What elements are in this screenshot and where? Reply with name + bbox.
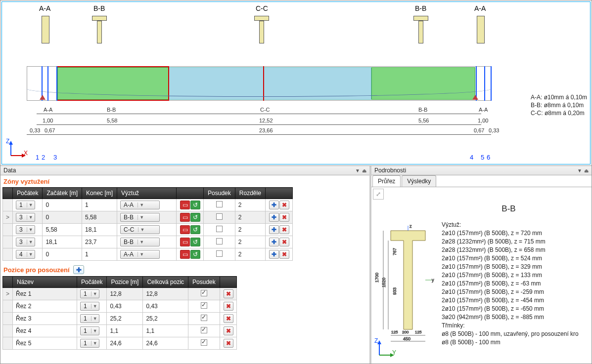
remove-button[interactable]: ✖ bbox=[279, 213, 289, 222]
col-header[interactable]: Počátek bbox=[77, 277, 107, 288]
check-checkbox[interactable] bbox=[201, 290, 207, 296]
origin-combo[interactable]: 1▼ bbox=[80, 326, 99, 335]
remove-button[interactable]: ✖ bbox=[224, 314, 233, 323]
remove-button[interactable]: ✖ bbox=[224, 289, 233, 298]
origin-combo[interactable]: 3▼ bbox=[16, 225, 35, 234]
dim-value: 12,52 bbox=[258, 118, 274, 123]
refresh-button[interactable]: ↺ bbox=[190, 225, 200, 234]
origin-combo[interactable]: 1▼ bbox=[80, 339, 99, 348]
table-row[interactable]: Řez 31▼25,225,2✖ bbox=[3, 313, 237, 325]
col-header[interactable] bbox=[220, 277, 236, 288]
tab-results[interactable]: Výsledky bbox=[402, 175, 436, 187]
table-row[interactable]: Řez 51▼24,624,6✖ bbox=[3, 337, 237, 350]
pane-header-details[interactable]: Podrobnosti ▼ ⏏ bbox=[371, 166, 592, 175]
dim-label: A-A bbox=[43, 107, 53, 113]
axes-indicator: Z X bbox=[7, 140, 27, 161]
pane-header-data[interactable]: Data ▼ ⏏ bbox=[0, 166, 369, 175]
col-header[interactable]: Výztuž bbox=[117, 188, 177, 199]
table-row[interactable]: 4▼01A-A▼▭↺2✚✖ bbox=[3, 248, 293, 261]
col-header[interactable]: Posudek bbox=[188, 277, 220, 288]
col-header[interactable]: Konec [m] bbox=[82, 188, 117, 199]
check-checkbox[interactable] bbox=[201, 315, 207, 321]
positions-table[interactable]: Název Počátek Pozice [m] Celková pozic P… bbox=[2, 276, 237, 350]
table-row[interactable]: 3▼5,5818,1C-C▼▭↺2✚✖ bbox=[3, 224, 293, 236]
origin-combo[interactable]: 3▼ bbox=[16, 213, 35, 222]
col-header[interactable]: Rozděle bbox=[235, 188, 265, 199]
origin-combo[interactable]: 1▼ bbox=[80, 302, 99, 311]
svg-text:200: 200 bbox=[402, 330, 409, 334]
expand-icon[interactable]: ⤢ bbox=[373, 189, 384, 200]
dropdown-icon[interactable]: ▼ bbox=[577, 168, 582, 173]
check-checkbox[interactable] bbox=[216, 238, 223, 244]
check-checkbox[interactable] bbox=[216, 226, 223, 232]
refresh-button[interactable]: ↺ bbox=[190, 201, 200, 209]
origin-combo[interactable]: 1▼ bbox=[80, 314, 99, 323]
svg-text:1520: 1520 bbox=[381, 278, 386, 287]
delete-button[interactable]: ▭ bbox=[180, 238, 190, 246]
check-checkbox[interactable] bbox=[216, 250, 223, 257]
check-checkbox[interactable] bbox=[201, 327, 207, 333]
reinf-combo[interactable]: C-C▼ bbox=[120, 225, 160, 234]
reinf-combo[interactable]: A-A▼ bbox=[120, 250, 160, 259]
pin-icon[interactable]: ⏏ bbox=[584, 168, 589, 173]
delete-button[interactable]: ▭ bbox=[180, 225, 190, 234]
support-icon bbox=[472, 95, 478, 100]
svg-text:450: 450 bbox=[403, 336, 410, 341]
reinf-combo[interactable]: B-B▼ bbox=[120, 238, 160, 246]
delete-button[interactable]: ▭ bbox=[180, 213, 190, 222]
check-checkbox[interactable] bbox=[201, 339, 207, 346]
dropdown-icon[interactable]: ▼ bbox=[355, 168, 360, 173]
col-header[interactable]: Začátek [m] bbox=[43, 188, 82, 199]
delete-button[interactable]: ▭ bbox=[180, 201, 190, 209]
dim-value: 1,00 bbox=[42, 118, 54, 123]
add-button[interactable]: ✚ bbox=[269, 213, 279, 222]
zones-section-title: Zóny vyztužení bbox=[1, 176, 368, 187]
col-header[interactable] bbox=[177, 188, 204, 199]
origin-combo[interactable]: 1▼ bbox=[80, 289, 99, 298]
tab-section[interactable]: Průřez bbox=[372, 175, 401, 187]
col-header[interactable]: Celková pozic bbox=[143, 277, 188, 288]
refresh-button[interactable]: ↺ bbox=[190, 250, 200, 259]
col-header[interactable]: Posudek bbox=[204, 188, 235, 199]
remove-button[interactable]: ✖ bbox=[224, 326, 233, 335]
table-row[interactable]: 3▼18,123,7B-B▼▭↺2✚✖ bbox=[3, 236, 293, 248]
remove-button[interactable]: ✖ bbox=[279, 225, 289, 234]
dim-value: 0,33 bbox=[29, 127, 41, 133]
check-checkbox[interactable] bbox=[216, 213, 223, 220]
reinf-combo[interactable]: A-A▼ bbox=[120, 201, 160, 209]
delete-button[interactable]: ▭ bbox=[180, 250, 190, 259]
add-position-button[interactable]: ✚ bbox=[73, 265, 84, 274]
add-button[interactable]: ✚ bbox=[269, 225, 279, 234]
table-row[interactable]: >3▼05,58B-B▼▭↺2✚✖ bbox=[3, 211, 293, 224]
remove-button[interactable]: ✖ bbox=[279, 250, 289, 259]
add-button[interactable]: ✚ bbox=[269, 250, 279, 259]
zones-table[interactable]: Počátek Začátek [m] Konec [m] Výztuž Pos… bbox=[2, 187, 293, 261]
origin-combo[interactable]: 1▼ bbox=[16, 201, 35, 209]
remove-button[interactable]: ✖ bbox=[224, 339, 233, 348]
pane-title: Podrobnosti bbox=[374, 167, 575, 174]
refresh-button[interactable]: ↺ bbox=[190, 238, 200, 246]
col-header[interactable]: Pozice [m] bbox=[107, 277, 143, 288]
remove-button[interactable]: ✖ bbox=[279, 238, 289, 246]
col-header[interactable]: Počátek bbox=[13, 188, 43, 199]
table-row[interactable]: 1▼01A-A▼▭↺2✚✖ bbox=[3, 199, 293, 211]
dim-label: B-B bbox=[106, 107, 117, 113]
check-checkbox[interactable] bbox=[216, 201, 223, 207]
table-row[interactable]: Řez 41▼1,11,1✖ bbox=[3, 325, 237, 337]
dim-value: 0,33 bbox=[488, 127, 500, 133]
origin-combo[interactable]: 3▼ bbox=[16, 238, 35, 246]
refresh-button[interactable]: ↺ bbox=[190, 213, 200, 222]
col-header[interactable] bbox=[265, 188, 292, 199]
table-row[interactable]: >Řez 11▼12,812,8✖ bbox=[3, 288, 237, 300]
table-row[interactable]: Řez 21▼0,430,43✖ bbox=[3, 300, 237, 313]
beam-drawing[interactable]: A-A B-B C-C B-B A-A bbox=[1, 1, 591, 164]
remove-button[interactable]: ✖ bbox=[279, 201, 289, 209]
origin-combo[interactable]: 4▼ bbox=[16, 250, 35, 259]
remove-button[interactable]: ✖ bbox=[224, 302, 233, 311]
check-checkbox[interactable] bbox=[201, 302, 207, 309]
add-button[interactable]: ✚ bbox=[269, 201, 279, 209]
add-button[interactable]: ✚ bbox=[269, 238, 279, 246]
reinf-combo[interactable]: B-B▼ bbox=[120, 213, 160, 222]
pin-icon[interactable]: ⏏ bbox=[362, 168, 366, 173]
col-header[interactable]: Název bbox=[13, 277, 77, 288]
